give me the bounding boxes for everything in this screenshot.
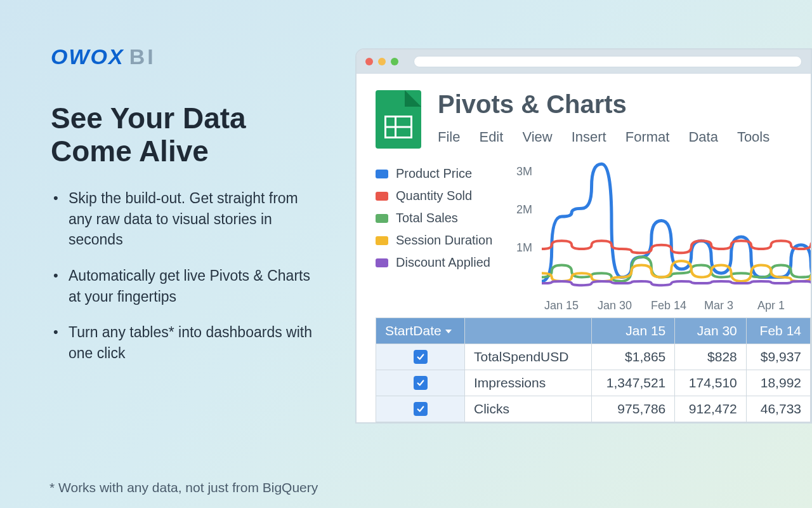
headline: See Your Data Come Alive xyxy=(51,102,324,168)
legend-item[interactable]: Quantity Sold xyxy=(376,189,509,203)
menu-tools[interactable]: Tools xyxy=(737,129,769,145)
menu-bar: File Edit View Insert Format Data Tools xyxy=(438,129,811,145)
cell-value: 975,786 xyxy=(592,396,675,422)
startdate-label: StartDate xyxy=(385,323,442,338)
metric-name: Clicks xyxy=(465,396,592,422)
cell-value: 1,347,521 xyxy=(592,370,675,396)
x-axis: Jan 15 Jan 30 Feb 14 Mar 3 Apr 1 xyxy=(544,299,811,312)
maximize-icon[interactable] xyxy=(391,58,398,65)
feature-item: Skip the build-out. Get straight from an… xyxy=(51,188,324,250)
legend-label: Product Price xyxy=(396,166,472,181)
row-checkbox[interactable] xyxy=(414,402,428,416)
column-header[interactable]: Feb 14 xyxy=(746,318,810,344)
y-tick: 2M xyxy=(516,203,532,241)
metric-name: Impressions xyxy=(465,370,592,396)
x-tick: Mar 3 xyxy=(704,299,757,312)
cell-value: 912,472 xyxy=(675,396,747,422)
row-checkbox[interactable] xyxy=(414,350,428,364)
row-checkbox[interactable] xyxy=(414,376,428,390)
menu-edit[interactable]: Edit xyxy=(479,129,503,145)
feature-item: Automatically get live Pivots & Charts a… xyxy=(51,265,324,307)
brand-name: OWOX xyxy=(51,44,124,69)
line-chart: 3M 2M 1M Jan 15 Jan 30 Feb 14 Mar 3 Apr … xyxy=(516,160,811,312)
cell-value: $828 xyxy=(675,344,747,370)
chart-legend: Product Price Quantity Sold Total Sales … xyxy=(376,160,509,312)
legend-item[interactable]: Session Duration xyxy=(376,233,509,248)
window-titlebar xyxy=(357,50,811,74)
legend-label: Session Duration xyxy=(396,233,492,248)
brand-logo: OWOX BI xyxy=(51,44,324,69)
table-row: Impressions 1,347,521 174,510 18,992 xyxy=(376,370,811,396)
close-icon[interactable] xyxy=(365,58,373,65)
feature-list: Skip the build-out. Get straight from an… xyxy=(51,188,324,364)
y-tick: 3M xyxy=(516,165,532,203)
legend-swatch xyxy=(376,214,388,223)
legend-label: Total Sales xyxy=(396,211,458,225)
column-header-blank xyxy=(465,318,592,344)
legend-item[interactable]: Product Price xyxy=(376,166,509,181)
menu-view[interactable]: View xyxy=(522,129,552,145)
y-axis: 3M 2M 1M xyxy=(516,165,532,279)
sheets-icon xyxy=(376,90,421,149)
legend-item[interactable]: Total Sales xyxy=(376,211,509,225)
menu-insert[interactable]: Insert xyxy=(572,129,606,145)
cell-value: 174,510 xyxy=(675,370,747,396)
legend-swatch xyxy=(376,258,388,267)
metric-name: TotalSpendUSD xyxy=(465,344,592,370)
menu-format[interactable]: Format xyxy=(625,129,670,145)
cell-value: 18,992 xyxy=(746,370,810,396)
column-header[interactable]: Jan 30 xyxy=(675,318,747,344)
legend-swatch xyxy=(376,236,388,245)
cell-value: $1,865 xyxy=(592,344,675,370)
brand-suffix: BI xyxy=(129,44,156,69)
chevron-down-icon xyxy=(445,330,452,333)
legend-swatch xyxy=(376,170,388,178)
x-tick: Feb 14 xyxy=(651,299,704,312)
chart-canvas xyxy=(542,160,812,293)
menu-file[interactable]: File xyxy=(438,129,460,145)
x-tick: Jan 15 xyxy=(544,299,598,312)
cell-value: 46,733 xyxy=(746,396,810,422)
cell-value: $9,937 xyxy=(746,344,810,370)
legend-item[interactable]: Discount Applied xyxy=(376,255,509,270)
url-bar[interactable] xyxy=(414,56,802,67)
x-tick: Jan 30 xyxy=(598,299,651,312)
y-tick: 1M xyxy=(516,241,532,279)
table-row: Clicks 975,786 912,472 46,733 xyxy=(376,396,811,422)
column-header[interactable]: Jan 15 xyxy=(592,318,675,344)
pivot-table: StartDate Jan 15 Jan 30 Feb 14 TotalSpen… xyxy=(376,318,811,422)
legend-label: Quantity Sold xyxy=(396,189,472,203)
legend-swatch xyxy=(376,192,388,201)
menu-data[interactable]: Data xyxy=(688,129,717,145)
document-title[interactable]: Pivots & Charts xyxy=(438,90,811,119)
x-tick: Apr 1 xyxy=(757,299,811,312)
footnote: * Works with any data, not just from Big… xyxy=(49,480,318,495)
feature-item: Turn any tables* into dashboards with on… xyxy=(51,322,324,363)
legend-label: Discount Applied xyxy=(396,255,490,270)
minimize-icon[interactable] xyxy=(378,58,386,65)
table-row: TotalSpendUSD $1,865 $828 $9,937 xyxy=(376,344,811,370)
app-window: Pivots & Charts File Edit View Insert Fo… xyxy=(355,48,812,424)
window-controls xyxy=(365,58,398,65)
startdate-dropdown[interactable]: StartDate xyxy=(376,318,465,344)
